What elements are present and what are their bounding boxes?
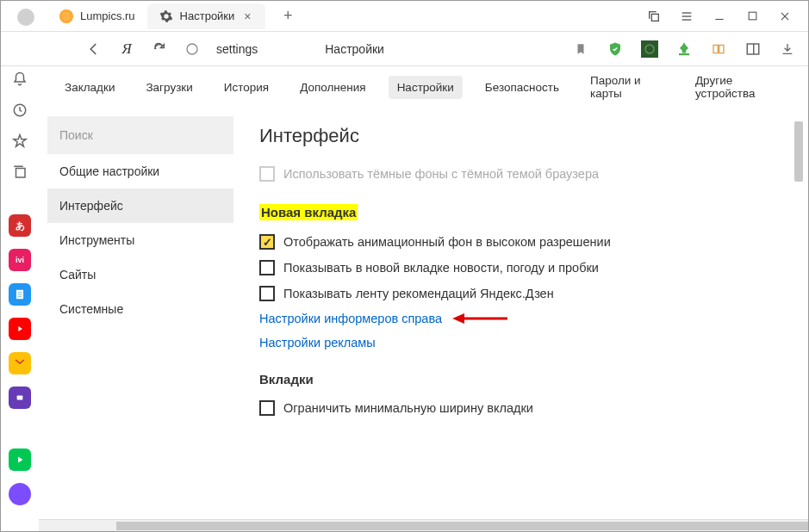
bookmark-icon[interactable]	[572, 40, 589, 58]
navtab-security[interactable]: Безопасность	[476, 76, 568, 99]
checkbox-icon[interactable]	[259, 286, 275, 301]
vertical-scrollbar[interactable]	[794, 121, 803, 182]
minimize-icon[interactable]	[712, 9, 727, 24]
svg-rect-18	[17, 396, 23, 400]
app-mail-icon[interactable]	[9, 352, 31, 374]
address-path[interactable]: settings	[216, 42, 258, 56]
shield-icon[interactable]	[607, 40, 624, 58]
site-info-icon[interactable]	[184, 40, 201, 58]
sidebar-item-tools[interactable]: Инструменты	[47, 223, 233, 257]
option-min-width[interactable]: Ограничить минимальную ширину вкладки	[259, 395, 774, 421]
orange-icon	[59, 9, 73, 23]
gear-icon	[159, 9, 173, 23]
app-translate-icon[interactable]: あ	[9, 214, 31, 237]
search-input[interactable]: Поиск	[47, 116, 233, 154]
panel-title: Интерфейс	[246, 116, 787, 161]
sidebar-toggle-icon[interactable]	[744, 40, 762, 58]
bell-icon[interactable]	[10, 70, 29, 89]
app-purple-icon[interactable]	[9, 387, 31, 409]
option-anim-bg[interactable]: Отображать анимационный фон в высоком ра…	[259, 229, 774, 255]
copy-icon[interactable]	[646, 9, 662, 24]
link-ads[interactable]: Настройки рекламы	[259, 331, 774, 355]
svg-rect-5	[749, 12, 756, 20]
svg-marker-20	[452, 313, 464, 324]
downloads-icon[interactable]	[779, 40, 796, 58]
option-news[interactable]: Показывать в новой вкладке новости, пого…	[259, 255, 774, 281]
app-ivi-icon[interactable]: ivi	[9, 249, 31, 271]
checkbox-icon[interactable]	[259, 400, 275, 416]
horizontal-scrollbar[interactable]	[39, 519, 808, 531]
navtab-bookmarks[interactable]: Закладки	[56, 76, 123, 99]
menu-icon[interactable]	[679, 9, 694, 24]
link-label: Настройки информеров справа	[259, 312, 442, 325]
app-youtube-icon[interactable]	[9, 318, 31, 340]
reload-button[interactable]	[151, 40, 168, 58]
sidebar-item-interface[interactable]: Интерфейс	[47, 189, 233, 223]
navtab-devices[interactable]: Другие устройства	[687, 69, 791, 105]
maximize-icon[interactable]	[744, 9, 760, 24]
svg-rect-13	[16, 169, 26, 178]
close-icon[interactable]: ×	[241, 10, 253, 22]
svg-point-8	[187, 44, 197, 54]
checkbox-icon[interactable]	[259, 234, 275, 250]
link-informers[interactable]: Настройки информеров справа	[259, 306, 774, 331]
tab-title: Настройки	[180, 9, 235, 22]
app-play-icon[interactable]	[9, 448, 31, 471]
checkbox-icon	[259, 166, 275, 182]
svg-point-9	[645, 45, 654, 53]
checkbox-icon[interactable]	[259, 260, 275, 275]
option-label: Показывать в новой вкладке новости, пого…	[283, 261, 599, 275]
arrow-annotation-icon	[452, 312, 507, 325]
link-label: Настройки рекламы	[259, 336, 376, 350]
profile-avatar[interactable]	[17, 9, 34, 26]
option-label: Использовать тёмные фоны с тёмной темой …	[283, 167, 599, 181]
navtab-addons[interactable]: Дополнения	[291, 76, 374, 99]
svg-rect-0	[651, 14, 658, 21]
app-alice-icon[interactable]	[9, 483, 31, 505]
option-dark-bg: Использовать тёмные фоны с тёмной темой …	[259, 161, 774, 187]
option-label: Отображать анимационный фон в высоком ра…	[283, 235, 611, 249]
history-icon[interactable]	[10, 101, 29, 120]
tab-lumpics[interactable]: Lumpics.ru	[47, 3, 147, 29]
star-icon[interactable]	[10, 132, 29, 151]
option-zen[interactable]: Показывать ленту рекомендаций Яндекс.Дзе…	[259, 281, 774, 306]
collections-icon[interactable]	[10, 163, 29, 182]
sidebar-item-general[interactable]: Общие настройки	[47, 154, 233, 189]
navtab-downloads[interactable]: Загрузки	[137, 76, 201, 99]
option-label: Ограничить минимальную ширину вкладки	[283, 401, 533, 415]
section-tabs-title: Вкладки	[259, 372, 314, 387]
download-arrow-icon[interactable]	[675, 40, 693, 58]
app-docs-icon[interactable]	[9, 283, 31, 306]
sidebar-item-system[interactable]: Системные	[47, 292, 233, 326]
address-title: Настройки	[325, 42, 384, 56]
search-placeholder: Поиск	[59, 128, 93, 142]
tab-settings[interactable]: Настройки ×	[147, 3, 266, 29]
option-label: Показывать ленту рекомендаций Яндекс.Дзе…	[283, 287, 554, 300]
extension-icon[interactable]	[641, 40, 658, 58]
navtab-settings[interactable]: Настройки	[389, 76, 463, 99]
section-newtab-title: Новая вкладка	[259, 204, 358, 220]
back-button[interactable]	[85, 40, 103, 58]
navtab-passwords[interactable]: Пароли и карты	[582, 69, 673, 105]
yandex-logo-icon[interactable]: Я	[118, 40, 135, 58]
new-tab-button[interactable]: +	[277, 6, 298, 27]
close-window-icon[interactable]	[777, 9, 793, 24]
sidebar-item-sites[interactable]: Сайты	[47, 257, 233, 292]
navtab-history[interactable]: История	[215, 76, 277, 99]
tab-title: Lumpics.ru	[80, 9, 135, 22]
reader-icon[interactable]	[710, 40, 727, 58]
